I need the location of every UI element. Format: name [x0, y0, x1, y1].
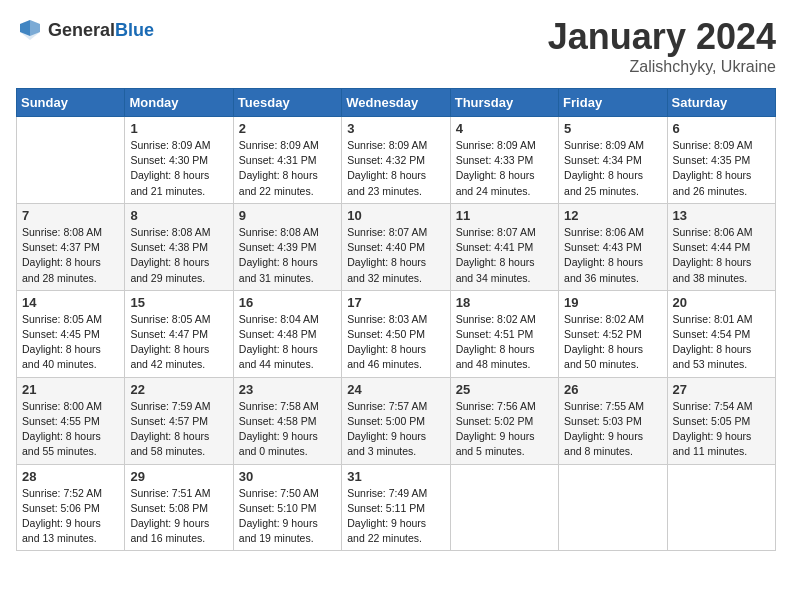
day-info: Sunrise: 8:09 AM Sunset: 4:33 PM Dayligh…	[456, 138, 553, 199]
day-info: Sunrise: 8:06 AM Sunset: 4:43 PM Dayligh…	[564, 225, 661, 286]
month-title: January 2024	[548, 16, 776, 58]
day-info: Sunrise: 7:57 AM Sunset: 5:00 PM Dayligh…	[347, 399, 444, 460]
day-cell: 14Sunrise: 8:05 AM Sunset: 4:45 PM Dayli…	[17, 290, 125, 377]
day-number: 28	[22, 469, 119, 484]
day-info: Sunrise: 7:58 AM Sunset: 4:58 PM Dayligh…	[239, 399, 336, 460]
week-row-4: 28Sunrise: 7:52 AM Sunset: 5:06 PM Dayli…	[17, 464, 776, 551]
weekday-monday: Monday	[125, 89, 233, 117]
day-number: 4	[456, 121, 553, 136]
day-info: Sunrise: 8:00 AM Sunset: 4:55 PM Dayligh…	[22, 399, 119, 460]
day-cell: 20Sunrise: 8:01 AM Sunset: 4:54 PM Dayli…	[667, 290, 775, 377]
day-cell: 18Sunrise: 8:02 AM Sunset: 4:51 PM Dayli…	[450, 290, 558, 377]
logo-text: GeneralBlue	[48, 20, 154, 41]
day-info: Sunrise: 7:52 AM Sunset: 5:06 PM Dayligh…	[22, 486, 119, 547]
logo-icon	[16, 16, 44, 44]
day-info: Sunrise: 8:07 AM Sunset: 4:40 PM Dayligh…	[347, 225, 444, 286]
week-row-0: 1Sunrise: 8:09 AM Sunset: 4:30 PM Daylig…	[17, 117, 776, 204]
day-info: Sunrise: 8:08 AM Sunset: 4:38 PM Dayligh…	[130, 225, 227, 286]
day-cell: 12Sunrise: 8:06 AM Sunset: 4:43 PM Dayli…	[559, 203, 667, 290]
weekday-tuesday: Tuesday	[233, 89, 341, 117]
day-info: Sunrise: 7:59 AM Sunset: 4:57 PM Dayligh…	[130, 399, 227, 460]
day-number: 15	[130, 295, 227, 310]
day-cell: 16Sunrise: 8:04 AM Sunset: 4:48 PM Dayli…	[233, 290, 341, 377]
day-info: Sunrise: 7:55 AM Sunset: 5:03 PM Dayligh…	[564, 399, 661, 460]
day-number: 23	[239, 382, 336, 397]
week-row-3: 21Sunrise: 8:00 AM Sunset: 4:55 PM Dayli…	[17, 377, 776, 464]
day-cell: 28Sunrise: 7:52 AM Sunset: 5:06 PM Dayli…	[17, 464, 125, 551]
day-cell: 17Sunrise: 8:03 AM Sunset: 4:50 PM Dayli…	[342, 290, 450, 377]
day-cell: 30Sunrise: 7:50 AM Sunset: 5:10 PM Dayli…	[233, 464, 341, 551]
day-cell: 2Sunrise: 8:09 AM Sunset: 4:31 PM Daylig…	[233, 117, 341, 204]
day-cell: 25Sunrise: 7:56 AM Sunset: 5:02 PM Dayli…	[450, 377, 558, 464]
day-number: 11	[456, 208, 553, 223]
day-info: Sunrise: 8:09 AM Sunset: 4:34 PM Dayligh…	[564, 138, 661, 199]
day-number: 25	[456, 382, 553, 397]
day-number: 24	[347, 382, 444, 397]
logo: GeneralBlue	[16, 16, 154, 44]
day-cell: 26Sunrise: 7:55 AM Sunset: 5:03 PM Dayli…	[559, 377, 667, 464]
weekday-header-row: SundayMondayTuesdayWednesdayThursdayFrid…	[17, 89, 776, 117]
day-cell: 11Sunrise: 8:07 AM Sunset: 4:41 PM Dayli…	[450, 203, 558, 290]
day-info: Sunrise: 8:09 AM Sunset: 4:30 PM Dayligh…	[130, 138, 227, 199]
day-cell: 29Sunrise: 7:51 AM Sunset: 5:08 PM Dayli…	[125, 464, 233, 551]
day-info: Sunrise: 7:54 AM Sunset: 5:05 PM Dayligh…	[673, 399, 770, 460]
day-cell: 27Sunrise: 7:54 AM Sunset: 5:05 PM Dayli…	[667, 377, 775, 464]
day-cell: 7Sunrise: 8:08 AM Sunset: 4:37 PM Daylig…	[17, 203, 125, 290]
weekday-friday: Friday	[559, 89, 667, 117]
day-number: 13	[673, 208, 770, 223]
day-cell	[667, 464, 775, 551]
day-number: 20	[673, 295, 770, 310]
day-info: Sunrise: 8:01 AM Sunset: 4:54 PM Dayligh…	[673, 312, 770, 373]
day-number: 2	[239, 121, 336, 136]
day-number: 29	[130, 469, 227, 484]
day-number: 1	[130, 121, 227, 136]
day-cell: 5Sunrise: 8:09 AM Sunset: 4:34 PM Daylig…	[559, 117, 667, 204]
calendar-table: SundayMondayTuesdayWednesdayThursdayFrid…	[16, 88, 776, 551]
day-number: 17	[347, 295, 444, 310]
day-info: Sunrise: 7:50 AM Sunset: 5:10 PM Dayligh…	[239, 486, 336, 547]
day-cell	[450, 464, 558, 551]
page-header: GeneralBlue January 2024 Zalishchyky, Uk…	[16, 16, 776, 76]
day-info: Sunrise: 7:56 AM Sunset: 5:02 PM Dayligh…	[456, 399, 553, 460]
day-number: 14	[22, 295, 119, 310]
day-number: 3	[347, 121, 444, 136]
day-info: Sunrise: 7:51 AM Sunset: 5:08 PM Dayligh…	[130, 486, 227, 547]
day-number: 26	[564, 382, 661, 397]
day-number: 9	[239, 208, 336, 223]
day-cell: 1Sunrise: 8:09 AM Sunset: 4:30 PM Daylig…	[125, 117, 233, 204]
weekday-sunday: Sunday	[17, 89, 125, 117]
day-cell: 23Sunrise: 7:58 AM Sunset: 4:58 PM Dayli…	[233, 377, 341, 464]
day-cell: 15Sunrise: 8:05 AM Sunset: 4:47 PM Dayli…	[125, 290, 233, 377]
day-cell: 22Sunrise: 7:59 AM Sunset: 4:57 PM Dayli…	[125, 377, 233, 464]
day-number: 6	[673, 121, 770, 136]
day-number: 8	[130, 208, 227, 223]
svg-marker-1	[30, 20, 40, 36]
day-number: 31	[347, 469, 444, 484]
day-number: 7	[22, 208, 119, 223]
title-block: January 2024 Zalishchyky, Ukraine	[548, 16, 776, 76]
day-cell: 13Sunrise: 8:06 AM Sunset: 4:44 PM Dayli…	[667, 203, 775, 290]
day-number: 18	[456, 295, 553, 310]
day-cell: 31Sunrise: 7:49 AM Sunset: 5:11 PM Dayli…	[342, 464, 450, 551]
day-number: 16	[239, 295, 336, 310]
day-info: Sunrise: 8:05 AM Sunset: 4:45 PM Dayligh…	[22, 312, 119, 373]
day-number: 10	[347, 208, 444, 223]
day-number: 30	[239, 469, 336, 484]
day-info: Sunrise: 8:04 AM Sunset: 4:48 PM Dayligh…	[239, 312, 336, 373]
day-info: Sunrise: 8:07 AM Sunset: 4:41 PM Dayligh…	[456, 225, 553, 286]
day-number: 21	[22, 382, 119, 397]
day-cell	[17, 117, 125, 204]
day-cell: 4Sunrise: 8:09 AM Sunset: 4:33 PM Daylig…	[450, 117, 558, 204]
day-info: Sunrise: 8:02 AM Sunset: 4:52 PM Dayligh…	[564, 312, 661, 373]
week-row-2: 14Sunrise: 8:05 AM Sunset: 4:45 PM Dayli…	[17, 290, 776, 377]
day-number: 27	[673, 382, 770, 397]
day-info: Sunrise: 8:08 AM Sunset: 4:37 PM Dayligh…	[22, 225, 119, 286]
day-cell: 9Sunrise: 8:08 AM Sunset: 4:39 PM Daylig…	[233, 203, 341, 290]
day-info: Sunrise: 8:02 AM Sunset: 4:51 PM Dayligh…	[456, 312, 553, 373]
week-row-1: 7Sunrise: 8:08 AM Sunset: 4:37 PM Daylig…	[17, 203, 776, 290]
day-cell: 6Sunrise: 8:09 AM Sunset: 4:35 PM Daylig…	[667, 117, 775, 204]
day-cell: 10Sunrise: 8:07 AM Sunset: 4:40 PM Dayli…	[342, 203, 450, 290]
day-info: Sunrise: 8:09 AM Sunset: 4:35 PM Dayligh…	[673, 138, 770, 199]
day-cell	[559, 464, 667, 551]
location: Zalishchyky, Ukraine	[548, 58, 776, 76]
